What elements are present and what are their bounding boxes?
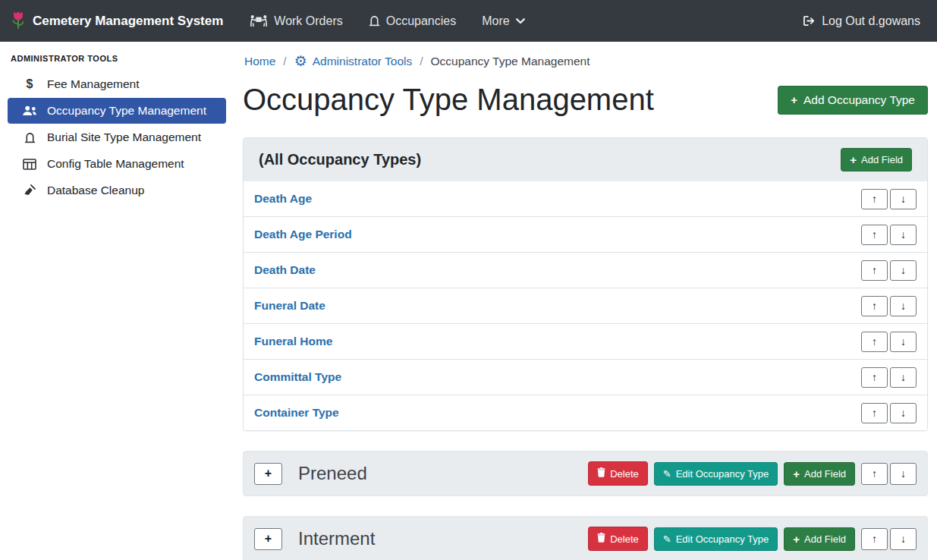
arrow-up-icon: ↑ bbox=[872, 467, 877, 480]
move-up-button[interactable]: ↑ bbox=[861, 528, 888, 550]
breadcrumb-current: Occupancy Type Management bbox=[431, 55, 590, 68]
section-title: Interment bbox=[298, 528, 375, 549]
nav-occupancies-label: Occupancies bbox=[386, 14, 457, 28]
arrow-down-icon: ↓ bbox=[901, 264, 906, 276]
move-up-button[interactable]: ↑ bbox=[861, 463, 888, 485]
delete-button[interactable]: Delete bbox=[588, 527, 648, 551]
sidebar-item-database-cleanup[interactable]: Database Cleanup bbox=[8, 178, 226, 203]
main-nav: Work Orders Occupancies More bbox=[237, 14, 537, 28]
sidebar-item-fee-management[interactable]: $ Fee Management bbox=[8, 71, 226, 97]
add-field-label: Add Field bbox=[804, 533, 846, 545]
breadcrumb-separator: / bbox=[420, 55, 423, 68]
app-title: Cemetery Management System bbox=[33, 14, 223, 29]
reorder-controls: ↑ ↓ bbox=[861, 403, 917, 423]
edit-occupancy-type-button[interactable]: ✎ Edit Occupancy Type bbox=[654, 462, 778, 486]
page-title-row: Occupancy Type Management + Add Occupanc… bbox=[243, 82, 928, 118]
field-link[interactable]: Committal Type bbox=[254, 370, 341, 384]
expand-section-button[interactable]: + bbox=[254, 463, 282, 485]
add-occupancy-type-label: Add Occupancy Type bbox=[803, 93, 915, 107]
page-title: Occupancy Type Management bbox=[243, 82, 654, 118]
trash-icon bbox=[597, 533, 605, 545]
field-link[interactable]: Funeral Home bbox=[254, 335, 332, 348]
field-row: Death Age ↑ ↓ bbox=[244, 181, 927, 217]
field-row: Funeral Home ↑ ↓ bbox=[244, 324, 927, 360]
move-down-button[interactable]: ↓ bbox=[890, 225, 917, 245]
move-down-button[interactable]: ↓ bbox=[890, 260, 917, 281]
table-icon bbox=[21, 159, 38, 170]
reorder-controls: ↑ ↓ bbox=[861, 189, 917, 209]
edit-occupancy-type-button[interactable]: ✎ Edit Occupancy Type bbox=[654, 527, 778, 551]
move-down-button[interactable]: ↓ bbox=[890, 528, 917, 550]
monument-icon bbox=[369, 15, 380, 27]
field-row: Container Type ↑ ↓ bbox=[244, 395, 927, 430]
arrow-down-icon: ↓ bbox=[901, 335, 906, 348]
field-row: Death Date ↑ ↓ bbox=[244, 253, 927, 288]
sidebar-item-burial-site-type-management[interactable]: Burial Site Type Management bbox=[8, 124, 226, 150]
sidebar-item-label: Config Table Management bbox=[47, 157, 184, 171]
move-up-button[interactable]: ↑ bbox=[861, 403, 888, 423]
delete-button[interactable]: Delete bbox=[588, 461, 648, 486]
arrow-down-icon: ↓ bbox=[901, 467, 906, 480]
nav-occupancies[interactable]: Occupancies bbox=[356, 14, 470, 28]
move-down-button[interactable]: ↓ bbox=[890, 296, 917, 316]
field-link[interactable]: Death Age Period bbox=[254, 228, 352, 241]
reorder-controls: ↑ ↓ bbox=[861, 528, 917, 550]
edit-occupancy-type-label: Edit Occupancy Type bbox=[676, 533, 769, 545]
dollar-icon: $ bbox=[21, 77, 38, 91]
expand-section-button[interactable]: + bbox=[254, 528, 282, 550]
add-field-button[interactable]: + Add Field bbox=[841, 148, 912, 171]
all-occupancy-types-card: (All Occupancy Types) + Add Field Death … bbox=[243, 137, 928, 431]
field-link[interactable]: Funeral Date bbox=[254, 299, 325, 313]
sidebar-item-config-table-management[interactable]: Config Table Management bbox=[8, 151, 226, 177]
reorder-controls: ↑ ↓ bbox=[861, 225, 917, 245]
sidebar-item-label: Occupancy Type Management bbox=[47, 104, 206, 118]
move-up-button[interactable]: ↑ bbox=[861, 225, 888, 245]
arrow-up-icon: ↑ bbox=[872, 300, 877, 312]
move-up-button[interactable]: ↑ bbox=[861, 189, 888, 209]
edit-occupancy-type-label: Edit Occupancy Type bbox=[676, 468, 769, 480]
arrow-down-icon: ↓ bbox=[901, 407, 906, 419]
move-down-button[interactable]: ↓ bbox=[890, 403, 917, 423]
delete-label: Delete bbox=[610, 468, 639, 480]
field-row: Funeral Date ↑ ↓ bbox=[244, 288, 927, 324]
field-link[interactable]: Container Type bbox=[254, 406, 339, 420]
plus-icon: + bbox=[850, 154, 857, 165]
logout-icon bbox=[803, 15, 816, 27]
sidebar-item-occupancy-type-management[interactable]: Occupancy Type Management bbox=[8, 98, 226, 124]
add-field-label: Add Field bbox=[804, 468, 846, 480]
add-field-button[interactable]: + Add Field bbox=[784, 527, 855, 551]
top-navbar: Cemetery Management System Work Orders bbox=[0, 0, 937, 42]
pencil-icon: ✎ bbox=[663, 534, 671, 544]
field-link[interactable]: Death Date bbox=[254, 263, 316, 277]
move-down-button[interactable]: ↓ bbox=[890, 332, 917, 352]
field-row: Death Age Period ↑ ↓ bbox=[244, 217, 927, 253]
chevron-down-icon bbox=[516, 18, 525, 24]
arrow-down-icon: ↓ bbox=[901, 193, 906, 205]
breadcrumb-admin-tools-link[interactable]: ⚙ Administrator Tools bbox=[294, 54, 413, 68]
nav-work-orders-label: Work Orders bbox=[274, 14, 342, 28]
nav-more[interactable]: More bbox=[469, 14, 537, 28]
add-field-button[interactable]: + Add Field bbox=[784, 462, 855, 486]
reorder-controls: ↑ ↓ bbox=[861, 260, 917, 281]
app-brand[interactable]: Cemetery Management System bbox=[11, 10, 223, 33]
section-title: Preneed bbox=[298, 463, 367, 484]
field-link[interactable]: Death Age bbox=[254, 192, 312, 206]
move-down-button[interactable]: ↓ bbox=[890, 367, 917, 388]
breadcrumb-home-link[interactable]: Home bbox=[244, 55, 275, 68]
move-down-button[interactable]: ↓ bbox=[890, 463, 917, 485]
logout-link[interactable]: Log Out d.gowans bbox=[803, 14, 920, 28]
move-up-button[interactable]: ↑ bbox=[861, 296, 888, 316]
reorder-controls: ↑ ↓ bbox=[861, 463, 917, 485]
section-actions: Delete ✎ Edit Occupancy Type + Add Field… bbox=[588, 527, 917, 551]
all-occupancy-types-title: (All Occupancy Types) bbox=[259, 151, 421, 168]
move-down-button[interactable]: ↓ bbox=[890, 189, 917, 209]
section-actions: Delete ✎ Edit Occupancy Type + Add Field… bbox=[588, 461, 917, 486]
pencil-icon: ✎ bbox=[663, 469, 671, 479]
move-up-button[interactable]: ↑ bbox=[861, 260, 888, 281]
trash-icon bbox=[597, 467, 605, 480]
people-carry-icon bbox=[250, 14, 268, 27]
add-occupancy-type-button[interactable]: + Add Occupancy Type bbox=[778, 86, 928, 115]
move-up-button[interactable]: ↑ bbox=[861, 332, 888, 352]
move-up-button[interactable]: ↑ bbox=[861, 367, 888, 388]
nav-work-orders[interactable]: Work Orders bbox=[237, 14, 355, 28]
